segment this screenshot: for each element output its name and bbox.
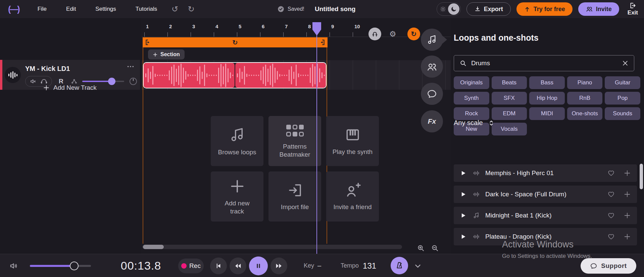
support-button[interactable]: Support: [581, 258, 636, 274]
search-input[interactable]: Drums: [454, 55, 634, 71]
chip-bass[interactable]: Bass: [529, 76, 565, 89]
chip-piano[interactable]: Piano: [567, 76, 603, 89]
try-for-free-button[interactable]: Try for free: [516, 2, 573, 16]
play-icon[interactable]: [460, 233, 466, 240]
loops-browser-button[interactable]: [421, 29, 443, 51]
scrollbar-thumb[interactable]: [143, 245, 164, 249]
moon-icon[interactable]: [448, 3, 459, 15]
heart-icon[interactable]: [607, 212, 615, 219]
add-loop-icon[interactable]: [624, 169, 631, 177]
speaker-icon[interactable]: [9, 262, 18, 270]
scale-filter[interactable]: Any scale: [454, 119, 495, 127]
audio-clip-segment[interactable]: [144, 63, 235, 88]
undo-icon[interactable]: ↺: [167, 5, 183, 13]
time-ruler[interactable]: 12345678910: [142, 18, 451, 37]
chip-sounds[interactable]: Sounds: [605, 107, 640, 120]
add-loop-icon[interactable]: [624, 233, 631, 240]
browse-loops-button[interactable]: Browse loops: [211, 116, 263, 166]
loop-toggle-button[interactable]: ↻: [407, 28, 420, 40]
add-loop-icon[interactable]: [624, 191, 631, 198]
patterns-beatmaker-button[interactable]: Patterns Beatmaker: [268, 116, 321, 166]
metronome-button[interactable]: [391, 257, 408, 274]
chip-pop[interactable]: Pop: [605, 92, 640, 105]
zoom-out-icon[interactable]: [431, 244, 439, 252]
add-loop-icon[interactable]: [624, 212, 631, 219]
volume-handle[interactable]: [70, 262, 79, 270]
menu-edit[interactable]: Edit: [56, 6, 86, 12]
chip-synth[interactable]: Synth: [454, 92, 489, 105]
chip-midi[interactable]: MIDI: [529, 107, 565, 120]
rewind-button[interactable]: [230, 258, 246, 274]
collaboration-button[interactable]: [421, 55, 443, 78]
add-new-track-tile[interactable]: Add new track: [211, 171, 263, 222]
export-button[interactable]: Export: [466, 2, 511, 16]
automation-icon[interactable]: [71, 78, 78, 85]
metronome-chevron-icon[interactable]: [413, 262, 422, 270]
invite-a-friend-button[interactable]: Invite a friend: [326, 171, 379, 222]
chip-rock[interactable]: Rock: [454, 107, 489, 120]
pause-button[interactable]: [249, 256, 268, 275]
menu-tutorials[interactable]: Tutorials: [126, 6, 167, 12]
menu-settings[interactable]: Settings: [86, 6, 126, 12]
zoom-in-icon[interactable]: [417, 244, 425, 252]
play-the-synth-button[interactable]: Play the synth: [326, 116, 379, 166]
heart-icon[interactable]: [607, 233, 615, 240]
volume-handle[interactable]: [108, 78, 115, 85]
search-value[interactable]: Drums: [471, 60, 617, 67]
chip-vocals[interactable]: Vocals: [492, 123, 527, 135]
mute-icon[interactable]: [30, 78, 37, 85]
vertical-scrollbar-thumb[interactable]: [640, 164, 643, 189]
exit-button[interactable]: Exit: [625, 2, 641, 16]
fast-forward-button[interactable]: [270, 258, 287, 274]
clear-search-icon[interactable]: [622, 60, 629, 67]
chip-beats[interactable]: Beats: [492, 76, 527, 89]
snap-magnet-button[interactable]: [368, 28, 381, 40]
play-icon[interactable]: [460, 191, 466, 198]
add-section-button[interactable]: Section: [148, 49, 185, 60]
heart-icon[interactable]: [607, 169, 615, 177]
loop-list-item[interactable]: Plateau - Dragon (Kick): [454, 228, 637, 245]
tempo-setting[interactable]: Tempo 131: [341, 254, 376, 277]
skip-to-start-button[interactable]: [210, 258, 227, 274]
loop-start-marker-icon[interactable]: [145, 39, 151, 46]
song-title[interactable]: Untitled song: [315, 0, 355, 18]
track-instrument-icon[interactable]: [5, 67, 21, 83]
theme-toggle[interactable]: [437, 2, 461, 16]
effects-button[interactable]: Fx: [421, 110, 443, 132]
horizontal-scrollbar[interactable]: [142, 245, 402, 249]
app-logo[interactable]: (—): [8, 4, 19, 14]
loop-list-item[interactable]: Midnight - Beat 1 (Kick): [454, 207, 637, 224]
sun-icon[interactable]: [438, 6, 448, 12]
chat-button[interactable]: [421, 83, 443, 105]
track-volume-slider[interactable]: [82, 81, 124, 82]
timeline-settings-gear-icon[interactable]: ⚙: [389, 30, 396, 39]
loop-list-item[interactable]: Memphis - High Perc 01: [454, 164, 637, 182]
chip-rnb[interactable]: RnB: [567, 92, 603, 105]
headphones-icon[interactable]: [41, 78, 47, 85]
key-setting[interactable]: Key –: [304, 254, 321, 277]
menu-file[interactable]: File: [28, 6, 56, 12]
track-more-icon[interactable]: [127, 65, 134, 69]
record-button[interactable]: Rec: [178, 259, 204, 273]
chip-one-shots[interactable]: One-shots: [567, 107, 603, 120]
heart-icon[interactable]: [607, 191, 615, 198]
add-new-track-button[interactable]: Add New Track: [43, 84, 97, 91]
import-file-button[interactable]: Import file: [268, 171, 321, 222]
audio-clip[interactable]: [143, 62, 327, 88]
loop-region-bar[interactable]: ↻: [143, 37, 328, 47]
audio-clip-segment[interactable]: [235, 63, 326, 88]
chip-sfx[interactable]: SFX: [492, 92, 527, 105]
play-icon[interactable]: [460, 212, 466, 219]
pan-knob[interactable]: [130, 78, 137, 85]
chip-hip-hop[interactable]: Hip Hop: [529, 92, 565, 105]
play-icon[interactable]: [460, 170, 466, 176]
track-name[interactable]: YM - Kick LD1: [25, 65, 70, 73]
chip-guitar[interactable]: Guitar: [605, 76, 640, 89]
master-volume-slider[interactable]: [30, 265, 91, 267]
chip-edm[interactable]: EDM: [492, 107, 527, 120]
loop-list-item[interactable]: Dark Ice - Space (Full Drum): [454, 186, 637, 203]
loop-end-marker-icon[interactable]: [319, 39, 326, 46]
redo-icon[interactable]: ↻: [183, 5, 199, 13]
chip-originals[interactable]: Originals: [454, 76, 489, 89]
invite-button[interactable]: Invite: [578, 2, 619, 16]
